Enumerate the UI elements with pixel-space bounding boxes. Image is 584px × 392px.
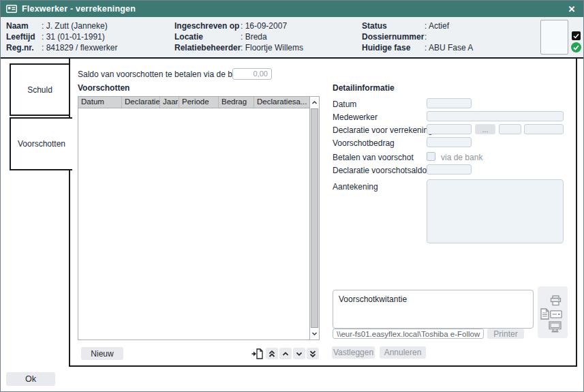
window-title: Flexwerker - verrekeningen xyxy=(22,4,136,14)
ingeschreven-value: : 16-09-2007 xyxy=(241,21,287,31)
printer-icon[interactable] xyxy=(550,295,562,306)
ok-button[interactable]: Ok xyxy=(6,372,55,386)
regnr-value: : 841829 / flexwerker xyxy=(42,43,117,52)
chevron-up-icon xyxy=(281,350,290,358)
chevron-down-icon xyxy=(295,350,303,358)
leeftijd-value: : 31 (01-01-1991) xyxy=(42,32,105,42)
flexwerker-window: Flexwerker - verrekeningen ✕ Naam : J. Z… xyxy=(0,0,584,392)
declaratie-periode-field[interactable] xyxy=(524,124,564,134)
declaratie-voorschotsaldo-field[interactable] xyxy=(427,164,472,175)
double-chevron-down-icon xyxy=(309,350,317,358)
header-info: Naam : J. Zutt (Janneke) Leeftijd : 31 (… xyxy=(1,17,583,59)
printer-button[interactable]: Printer xyxy=(487,329,524,339)
double-chevron-up-icon xyxy=(268,350,276,358)
voorschotbedrag-field[interactable] xyxy=(427,137,472,147)
status-label: Status xyxy=(362,21,387,31)
tab-voorschotten[interactable]: Voorschotten xyxy=(10,117,72,170)
table-body[interactable] xyxy=(78,108,309,340)
vastleggen-button[interactable]: Vastleggen xyxy=(332,346,375,359)
move-down-button[interactable] xyxy=(293,348,305,359)
saldo-field[interactable]: 0,00 xyxy=(232,68,272,80)
column-header-jaar[interactable]: Jaar xyxy=(160,97,179,108)
declaratie-voor-verrekening-field[interactable] xyxy=(427,124,472,134)
photo-placeholder xyxy=(540,20,568,55)
voorschotten-section-title: Voorschotten xyxy=(78,83,129,93)
annuleren-button[interactable]: Annuleren xyxy=(380,346,426,359)
document-listbox[interactable]: Voorschotkwitantie xyxy=(333,290,534,329)
declaratie-browse-button[interactable]: ... xyxy=(475,124,495,134)
document-icon[interactable] xyxy=(540,308,549,320)
naam-value: : J. Zutt (Janneke) xyxy=(42,21,108,31)
dossiernummer-value: : xyxy=(425,32,427,42)
move-first-button[interactable] xyxy=(266,348,278,359)
aantekening-label: Aantekening xyxy=(333,182,378,192)
column-header-datum[interactable]: Datum xyxy=(78,97,122,108)
declaratie-voorschotsaldo-label: Declaratie voorschotsaldo xyxy=(333,166,427,175)
print-options-panel xyxy=(538,286,568,338)
via-de-bank-label: via de bank xyxy=(441,153,482,162)
huidige-fase-label: Huidige fase xyxy=(362,43,410,52)
saldo-label: Saldo van voorschotten te betalen via de… xyxy=(78,70,245,79)
status-ok-icon xyxy=(571,42,581,52)
nieuw-button[interactable]: Nieuw xyxy=(81,347,123,360)
move-up-button[interactable] xyxy=(279,348,292,359)
id-card-icon xyxy=(6,5,17,13)
status-value: : Actief xyxy=(425,21,449,31)
relatiebeheerder-label: Relatiebeheerder xyxy=(174,43,241,52)
naam-label: Naam xyxy=(6,21,29,31)
medewerker-field[interactable] xyxy=(427,111,564,121)
declaratie-jaar-field[interactable] xyxy=(499,124,521,134)
scroll-down-icon[interactable] xyxy=(310,328,319,340)
move-last-button[interactable] xyxy=(307,348,319,359)
regnr-label: Reg.nr. xyxy=(6,43,34,52)
column-header-declaratie[interactable]: Declaratie xyxy=(122,97,160,108)
monitor-icon[interactable] xyxy=(549,321,562,333)
datum-field[interactable] xyxy=(427,98,472,108)
locatie-value: : Breda xyxy=(241,32,267,42)
voorschotbedrag-label: Voorschotbedrag xyxy=(333,138,395,148)
column-header-bedrag[interactable]: Bedrag xyxy=(219,97,254,108)
dossiernummer-label: Dossiernummer xyxy=(362,32,424,42)
column-header-declaratiesaldo[interactable]: Declaratiesa... xyxy=(254,97,309,108)
ingeschreven-label: Ingeschreven op xyxy=(174,21,239,31)
aantekening-textarea[interactable] xyxy=(427,179,564,243)
table-scrollbar[interactable] xyxy=(309,97,319,340)
tab-voorschotten-label: Voorschotten xyxy=(18,139,65,149)
printer-path-field[interactable]: \\eur-fs01.easyflex.local\Toshiba e-Foll… xyxy=(333,329,484,339)
new-record-icon xyxy=(251,348,263,359)
document-list-item[interactable]: Voorschotkwitantie xyxy=(339,295,407,304)
checkbox-checked-icon xyxy=(572,31,581,40)
payslip-icon[interactable] xyxy=(550,310,562,318)
scroll-up-icon[interactable] xyxy=(310,97,319,108)
betalen-van-voorschot-label: Betalen van voorschot xyxy=(333,153,414,162)
detail-section-title: Detailinformatie xyxy=(333,83,395,93)
declaratie-voor-verrekening-label: Declaratie voor verrekening xyxy=(333,125,433,135)
medewerker-label: Medewerker xyxy=(333,112,378,122)
datum-label: Datum xyxy=(333,100,356,109)
voorschotten-table: Datum Declaratie Jaar Periode Bedrag Dec… xyxy=(78,96,320,340)
table-header-row: Datum Declaratie Jaar Periode Bedrag Dec… xyxy=(78,97,309,108)
close-icon[interactable]: ✕ xyxy=(566,4,578,14)
scrollbar-thumb[interactable] xyxy=(311,108,318,328)
locatie-label: Locatie xyxy=(174,32,203,42)
relatiebeheerder-value: : Floortje Willems xyxy=(241,43,303,52)
column-header-periode[interactable]: Periode xyxy=(179,97,219,108)
tab-schuld[interactable]: Schuld xyxy=(10,63,70,116)
leeftijd-label: Leeftijd xyxy=(6,32,35,42)
via-de-bank-checkbox[interactable] xyxy=(427,152,435,161)
tab-schuld-label: Schuld xyxy=(27,85,52,95)
huidige-fase-value: : ABU Fase A xyxy=(425,43,473,52)
titlebar: Flexwerker - verrekeningen ✕ xyxy=(1,1,583,17)
